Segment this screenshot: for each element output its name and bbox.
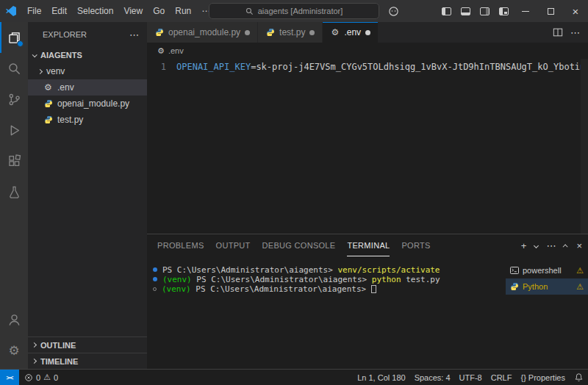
outline-pane-header[interactable]: OUTLINE bbox=[28, 337, 147, 353]
modified-dot-icon[interactable] bbox=[309, 30, 315, 35]
activity-bar: ⚙ bbox=[0, 22, 28, 369]
error-count: 0 bbox=[36, 373, 40, 382]
terminal-cursor bbox=[371, 285, 376, 293]
command-center-search[interactable]: aiagents [Administrator] bbox=[209, 3, 379, 19]
chevron-right-icon bbox=[32, 359, 37, 364]
tab-terminal[interactable]: TERMINAL bbox=[347, 234, 390, 256]
problems-status[interactable]: 0 ⚠ 0 bbox=[19, 370, 63, 385]
terminal-label: Python bbox=[523, 282, 548, 291]
terminal-line: (venv) PS C:\Users\Administrator\aiagent… bbox=[153, 275, 506, 284]
menu-selection[interactable]: Selection bbox=[72, 4, 118, 18]
titlebar-actions: × bbox=[384, 0, 588, 22]
vscode-logo-icon bbox=[0, 5, 22, 17]
sidebar-item-openai-module[interactable]: openai_module.py bbox=[28, 96, 147, 112]
testing-flask-icon[interactable] bbox=[0, 176, 28, 207]
command-pending-decoration-icon[interactable] bbox=[153, 287, 157, 291]
bottom-panel: PROBLEMS OUTPUT DEBUG CONSOLE TERMINAL P… bbox=[147, 234, 588, 369]
status-bar: >< 0 ⚠ 0 Ln 1, Col 180 Spaces: 4 UTF-8 C… bbox=[0, 369, 588, 385]
menu-edit[interactable]: Edit bbox=[46, 4, 72, 18]
run-debug-icon[interactable] bbox=[0, 115, 28, 145]
terminal-output[interactable]: PS C:\Users\Administrator\aiagents> venv… bbox=[147, 256, 506, 369]
command-success-decoration-icon[interactable] bbox=[153, 277, 157, 281]
panel-actions: + ⋯ × bbox=[521, 240, 582, 251]
workspace-section-header[interactable]: AIAGENTS bbox=[28, 47, 147, 63]
maximize-button[interactable] bbox=[538, 0, 563, 22]
settings-gear-icon[interactable]: ⚙ bbox=[0, 335, 28, 366]
language-mode-status[interactable]: {} Properties bbox=[516, 370, 570, 385]
timeline-pane-header[interactable]: TIMELINE bbox=[28, 353, 147, 369]
modified-dot-icon[interactable] bbox=[245, 30, 250, 35]
editor-group: openai_module.py test.py ⚙ .env bbox=[147, 22, 588, 369]
tab-openai-module[interactable]: openai_module.py bbox=[147, 22, 258, 43]
tab-env[interactable]: ⚙ .env bbox=[323, 22, 379, 43]
terminal-tab-powershell[interactable]: powershell ⚠ bbox=[506, 262, 588, 278]
terminal-profile-chevron-icon[interactable] bbox=[534, 242, 539, 248]
warning-icon: ⚠ bbox=[576, 282, 584, 292]
warning-icon: ⚠ bbox=[576, 266, 584, 276]
minimize-button[interactable] bbox=[513, 0, 538, 22]
notifications-bell-icon[interactable] bbox=[570, 370, 588, 385]
breadcrumb-item[interactable]: .env bbox=[168, 46, 184, 55]
tab-output[interactable]: OUTPUT bbox=[216, 234, 251, 256]
python-file-icon bbox=[43, 99, 53, 108]
sidebar-item-env[interactable]: ⚙ .env bbox=[28, 79, 147, 96]
encoding-status[interactable]: UTF-8 bbox=[455, 370, 487, 385]
panel-more-actions-icon[interactable]: ⋯ bbox=[546, 240, 556, 251]
maximize-panel-icon[interactable] bbox=[563, 244, 568, 249]
editor-scrollbar[interactable] bbox=[581, 59, 588, 234]
toggle-primary-sidebar-icon[interactable] bbox=[437, 1, 456, 21]
eol-status[interactable]: CRLF bbox=[487, 370, 517, 385]
tab-ports[interactable]: PORTS bbox=[401, 234, 430, 256]
indentation-status[interactable]: Spaces: 4 bbox=[410, 370, 455, 385]
extensions-icon[interactable] bbox=[0, 145, 28, 176]
tab-label: test.py bbox=[279, 27, 305, 37]
folder-label: venv bbox=[46, 66, 65, 76]
sidebar-item-venv[interactable]: venv bbox=[28, 63, 147, 79]
code-content[interactable]: OPENAI_API_KEY=sk-proj-j4E7VSm_CYGv5TOLd… bbox=[176, 59, 581, 234]
customize-layout-icon[interactable] bbox=[494, 1, 513, 21]
tab-label: .env bbox=[344, 27, 361, 37]
file-label: test.py bbox=[57, 115, 83, 125]
remote-indicator[interactable]: >< bbox=[0, 370, 19, 385]
code-editor[interactable]: 1 OPENAI_API_KEY=sk-proj-j4E7VSm_CYGv5TO… bbox=[147, 59, 588, 234]
split-editor-icon[interactable] bbox=[553, 27, 563, 37]
powershell-terminal-icon bbox=[510, 266, 519, 275]
cursor-position-status[interactable]: Ln 1, Col 180 bbox=[353, 370, 409, 385]
tab-debug-console[interactable]: DEBUG CONSOLE bbox=[262, 234, 336, 256]
tab-problems[interactable]: PROBLEMS bbox=[157, 234, 204, 256]
gear-file-icon: ⚙ bbox=[43, 83, 53, 92]
copilot-icon[interactable] bbox=[384, 1, 403, 21]
close-button[interactable]: × bbox=[563, 0, 588, 22]
menu-go[interactable]: Go bbox=[148, 4, 170, 18]
file-label: openai_module.py bbox=[57, 98, 129, 109]
line-number-gutter: 1 bbox=[147, 59, 176, 234]
source-control-icon[interactable] bbox=[0, 84, 28, 115]
panel-tab-bar: PROBLEMS OUTPUT DEBUG CONSOLE TERMINAL P… bbox=[157, 234, 431, 256]
search-sidebar-icon[interactable] bbox=[0, 53, 28, 84]
terminal-line: (venv) PS C:\Users\Administrator\aiagent… bbox=[153, 284, 506, 294]
account-icon[interactable] bbox=[0, 304, 28, 335]
gear-file-icon: ⚙ bbox=[157, 47, 165, 55]
env-key: OPENAI_API_KEY bbox=[176, 62, 251, 72]
chevron-right-icon bbox=[32, 342, 37, 348]
menu-run[interactable]: Run bbox=[170, 4, 196, 18]
command-success-decoration-icon[interactable] bbox=[153, 267, 157, 272]
line-number: 1 bbox=[161, 62, 166, 72]
toggle-secondary-sidebar-icon[interactable] bbox=[475, 1, 494, 21]
tab-test[interactable]: test.py bbox=[258, 22, 323, 43]
warning-count: 0 bbox=[54, 373, 58, 382]
editor-more-actions-icon[interactable]: ⋯ bbox=[570, 27, 581, 38]
command-center-label: aiagents [Administrator] bbox=[258, 7, 343, 15]
modified-dot-icon[interactable] bbox=[365, 30, 370, 35]
terminal-tab-python[interactable]: Python ⚠ bbox=[506, 278, 588, 295]
sidebar-item-test[interactable]: test.py bbox=[28, 112, 147, 128]
new-terminal-icon[interactable]: + bbox=[521, 241, 527, 251]
menu-view[interactable]: View bbox=[118, 4, 148, 18]
error-icon bbox=[24, 373, 33, 382]
explorer-more-actions-icon[interactable]: ⋯ bbox=[129, 29, 140, 40]
close-panel-icon[interactable]: × bbox=[576, 241, 582, 251]
menu-file[interactable]: File bbox=[22, 4, 46, 18]
explorer-icon[interactable] bbox=[0, 22, 28, 53]
explorer-sidebar: EXPLORER ⋯ AIAGENTS venv ⚙ .env openai_m… bbox=[28, 22, 147, 369]
toggle-panel-icon[interactable] bbox=[456, 1, 475, 21]
